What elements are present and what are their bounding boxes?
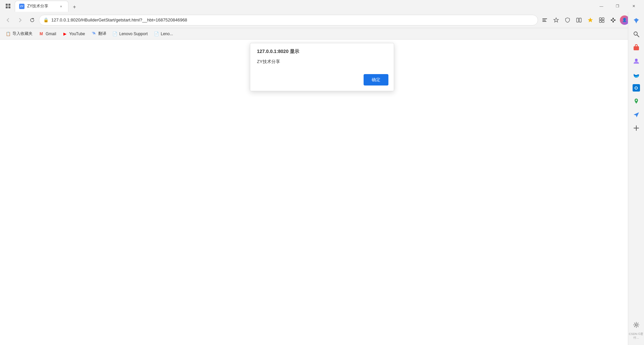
- sidebar-edge-button[interactable]: [630, 68, 642, 80]
- svg-rect-10: [602, 18, 604, 20]
- sidebar-settings-button[interactable]: [630, 319, 642, 331]
- refresh-button[interactable]: [27, 15, 38, 25]
- svg-rect-16: [612, 21, 614, 22]
- shield-icon: [565, 17, 571, 23]
- svg-point-20: [635, 59, 638, 61]
- bookmark-youtube-label: YouTube: [69, 32, 85, 36]
- active-tab[interactable]: ZY ZY技术分享 ×: [15, 1, 68, 12]
- svg-point-24: [635, 324, 637, 326]
- lenovo2-icon: 📄: [154, 31, 159, 37]
- svg-rect-1: [8, 4, 10, 6]
- tab-favicon: ZY: [19, 4, 24, 9]
- refresh-icon: [30, 17, 35, 23]
- bookmark-import-label: 导入收藏夹: [12, 31, 33, 37]
- maximize-button[interactable]: ❐: [610, 1, 625, 11]
- send-icon: [633, 111, 640, 118]
- svg-rect-5: [542, 20, 546, 20]
- browser-menu-button[interactable]: [3, 1, 13, 11]
- navigation-bar: 🔒 127.0.0.1:8020/HBuilderGetStart/getsta…: [0, 12, 644, 28]
- svg-rect-4: [542, 18, 547, 19]
- window-controls: — ❐ ✕: [594, 1, 641, 11]
- sidebar-profile-button[interactable]: [630, 55, 642, 67]
- immersive-reader-button[interactable]: [539, 15, 550, 25]
- grid-icon: [5, 3, 11, 9]
- favorites-bar-icon: [587, 17, 593, 23]
- bookmark-lenovo2-label: Leno...: [161, 32, 173, 36]
- bookmark-gmail-label: Gmail: [46, 32, 56, 36]
- svg-rect-12: [602, 20, 604, 22]
- bookmark-lenovo-support[interactable]: 📄 Lenovo Support: [110, 30, 151, 38]
- nav-right-buttons: 👤 ···: [539, 15, 641, 25]
- collections-button[interactable]: [596, 15, 607, 25]
- tab-title: ZY技术分享: [27, 3, 55, 9]
- sidebar-bottom: CSDN ©君付...: [628, 319, 644, 342]
- svg-rect-19: [634, 46, 639, 50]
- svg-rect-6: [542, 21, 546, 22]
- lenovo-support-icon: 📄: [112, 31, 118, 37]
- bookmark-import-favorites[interactable]: 📋 导入收藏夹: [3, 30, 35, 38]
- svg-rect-15: [614, 19, 615, 21]
- svg-rect-3: [8, 6, 10, 8]
- outlook-icon: O: [633, 84, 640, 92]
- settings-icon: [633, 322, 640, 328]
- title-bar-left: [3, 1, 13, 11]
- collections-fav-button[interactable]: [585, 15, 596, 25]
- edge-icon: [633, 71, 640, 78]
- new-tab-button[interactable]: +: [70, 2, 79, 12]
- dialog-title: 127.0.0.1:8020 显示: [250, 43, 394, 57]
- bookmark-lenovo2[interactable]: 📄 Leno...: [151, 30, 176, 38]
- bookmark-lenovo-support-label: Lenovo Support: [119, 32, 148, 36]
- bookmarks-bar: 📋 导入收藏夹 M Gmail ▶ YouTube 翻译 📄 Lenovo Su…: [0, 28, 644, 40]
- url-text: 127.0.0.1:8020/HBuilderGetStart/getstart…: [51, 17, 534, 22]
- sidebar-outlook-button[interactable]: O: [630, 82, 642, 94]
- address-bar[interactable]: 🔒 127.0.0.1:8020/HBuilderGetStart/getsta…: [39, 15, 538, 25]
- split-screen-button[interactable]: [574, 15, 584, 25]
- sidebar-maps-button[interactable]: [630, 95, 642, 107]
- shopping-icon: [633, 44, 640, 51]
- bookmark-translate-label: 翻译: [98, 31, 106, 37]
- import-favorites-icon: 📋: [5, 31, 11, 37]
- back-icon: [5, 17, 11, 23]
- dialog-message: ZY技术分享: [250, 57, 394, 71]
- user-icon: [633, 57, 640, 65]
- bookmark-translate[interactable]: 翻译: [89, 30, 109, 38]
- extensions-button[interactable]: [608, 15, 619, 25]
- dialog-footer: 确定: [250, 71, 394, 91]
- security-icon: 🔒: [43, 17, 49, 22]
- translate-icon: [91, 31, 97, 37]
- svg-point-21: [636, 100, 637, 101]
- close-button[interactable]: ✕: [626, 1, 641, 11]
- bookmark-gmail[interactable]: M Gmail: [36, 30, 59, 38]
- tab-bar: ZY ZY技术分享 × +: [15, 1, 592, 12]
- extensions-icon: [610, 17, 616, 23]
- svg-rect-13: [611, 19, 612, 21]
- svg-rect-9: [599, 18, 601, 20]
- minimize-button[interactable]: —: [594, 1, 609, 11]
- sidebar-messages-button[interactable]: [630, 109, 642, 121]
- forward-button[interactable]: [15, 15, 25, 25]
- add-icon: [633, 124, 640, 132]
- svg-rect-2: [6, 6, 8, 8]
- split-screen-icon: [576, 17, 582, 23]
- youtube-icon: ▶: [62, 31, 67, 37]
- sidebar-search-button[interactable]: [630, 40, 642, 40]
- bookmark-youtube[interactable]: ▶ YouTube: [59, 30, 88, 38]
- title-bar: ZY ZY技术分享 × + — ❐ ✕: [0, 0, 644, 12]
- tab-close-button[interactable]: ×: [58, 3, 64, 9]
- browser-guard-button[interactable]: [562, 15, 573, 25]
- back-button[interactable]: [3, 15, 13, 25]
- content-area: 127.0.0.1:8020 显示 ZY技术分享 确定: [0, 40, 644, 345]
- svg-rect-0: [6, 4, 8, 6]
- dialog-ok-button[interactable]: 确定: [364, 74, 388, 85]
- forward-icon: [17, 17, 23, 23]
- sidebar-shopping-button[interactable]: [630, 42, 642, 54]
- reader-icon: [542, 17, 548, 23]
- sidebar-add-app-button[interactable]: [630, 122, 642, 134]
- svg-rect-11: [599, 20, 601, 22]
- favorites-button[interactable]: [551, 15, 561, 25]
- svg-rect-14: [612, 18, 614, 19]
- csdn-label: CSDN ©君付...: [628, 332, 644, 340]
- star-icon: [553, 17, 559, 23]
- dialog-overlay: 127.0.0.1:8020 显示 ZY技术分享 确定: [0, 40, 644, 345]
- maps-icon: [633, 98, 640, 105]
